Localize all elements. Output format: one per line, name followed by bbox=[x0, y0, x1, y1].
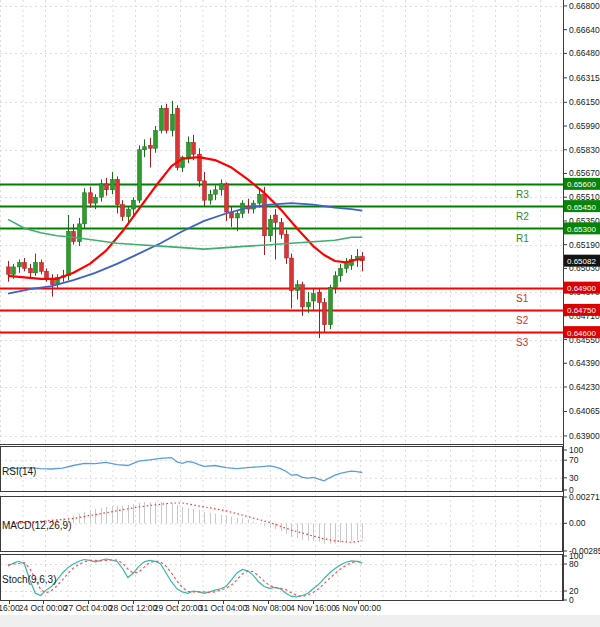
stoch-indicator-label: Stoch(9,6,3) bbox=[2, 574, 56, 585]
time-axis-label: 24 Oct 00:00 bbox=[19, 603, 68, 613]
candle-body bbox=[138, 150, 142, 200]
candle-body bbox=[18, 262, 22, 266]
sr-price-tag-s2-text: 0.64750 bbox=[567, 306, 596, 315]
candle-body bbox=[127, 209, 131, 216]
rsi-axis-label: 30 bbox=[569, 473, 579, 483]
candle-body bbox=[83, 193, 87, 224]
price-axis-label: 0.66480 bbox=[569, 48, 600, 58]
candle-body bbox=[187, 142, 191, 157]
candle-body bbox=[132, 200, 136, 209]
price-axis-label: 0.64390 bbox=[569, 358, 600, 368]
time-axis-label: 4 Nov 16:00 bbox=[290, 603, 336, 613]
sr-label-r3: R3 bbox=[516, 189, 529, 200]
sr-price-tag-r2-text: 0.65450 bbox=[567, 203, 596, 212]
price-axis-label: 0.64065 bbox=[569, 406, 600, 416]
stoch-axis-label: 0 bbox=[569, 595, 574, 605]
time-axis-label: 16:00 bbox=[0, 603, 20, 613]
price-axis-label: 0.65190 bbox=[569, 240, 600, 250]
price-axis-label: 0.66800 bbox=[569, 1, 600, 11]
macd-axis-label: 0.002719 bbox=[569, 492, 600, 502]
candle-body bbox=[318, 292, 322, 302]
sr-label-s3: S3 bbox=[516, 337, 529, 348]
candle-body bbox=[23, 262, 27, 268]
candle-body bbox=[149, 145, 153, 148]
price-axis-label: 0.66150 bbox=[569, 97, 600, 107]
candle-body bbox=[192, 142, 196, 154]
candle-body bbox=[339, 268, 343, 275]
sr-price-tag-r3-text: 0.65600 bbox=[567, 180, 596, 189]
sr-price-tag-s3-text: 0.64600 bbox=[567, 329, 596, 338]
candle-body bbox=[29, 268, 33, 272]
trading-chart-window: R3R2R1S1S2S30.668000.666400.664800.66315… bbox=[0, 0, 600, 627]
sr-label-s1: S1 bbox=[516, 293, 529, 304]
sr-price-tag-r1-text: 0.65300 bbox=[567, 225, 596, 234]
time-axis-label: 31 Oct 04:00 bbox=[199, 603, 248, 613]
price-axis-label: 0.65670 bbox=[569, 168, 600, 178]
price-axis-label: 0.66640 bbox=[569, 25, 600, 35]
candle-body bbox=[116, 179, 120, 204]
sr-label-r2: R2 bbox=[516, 211, 529, 222]
time-axis-label: 3 Nov 08:00 bbox=[245, 603, 291, 613]
candle-body bbox=[203, 181, 207, 200]
candle-body bbox=[160, 108, 164, 130]
rsi-axis-label: 100 bbox=[569, 445, 583, 455]
candle-body bbox=[89, 193, 93, 203]
candle-body bbox=[45, 271, 49, 278]
candle-body bbox=[214, 190, 218, 194]
rsi-indicator-label: RSI(14) bbox=[2, 466, 36, 477]
candle-body bbox=[171, 114, 175, 130]
chart-canvas[interactable]: R3R2R1S1S2S30.668000.666400.664800.66315… bbox=[0, 0, 600, 627]
candle-body bbox=[143, 147, 147, 150]
candle-body bbox=[274, 215, 278, 222]
candle-body bbox=[34, 262, 38, 272]
candle-body bbox=[323, 302, 327, 324]
time-axis-label: 29 Oct 20:00 bbox=[154, 603, 203, 613]
candle-body bbox=[269, 219, 273, 235]
candle-body bbox=[67, 231, 71, 275]
time-axis-label: 6 Nov 00:00 bbox=[335, 603, 381, 613]
candle-body bbox=[111, 179, 115, 189]
candle-body bbox=[329, 288, 333, 325]
candle-body bbox=[176, 108, 180, 167]
footer-strip bbox=[0, 615, 600, 627]
candle-body bbox=[285, 234, 289, 258]
candle-body bbox=[258, 194, 262, 203]
candle-body bbox=[7, 267, 11, 274]
candle-body bbox=[301, 285, 305, 307]
candle-body bbox=[12, 267, 16, 274]
sr-label-s2: S2 bbox=[516, 315, 529, 326]
candle-body bbox=[296, 285, 300, 291]
price-axis-label: 0.65990 bbox=[569, 121, 600, 131]
candle-body bbox=[307, 302, 311, 306]
current-price-tag-text: 0.65082 bbox=[567, 257, 596, 266]
candle-body bbox=[280, 222, 284, 234]
sr-label-r1: R1 bbox=[516, 233, 529, 244]
stoch-axis-label: 80 bbox=[569, 559, 579, 569]
candle-body bbox=[225, 184, 229, 212]
sr-price-tag-s1-text: 0.64900 bbox=[567, 284, 596, 293]
candle-body bbox=[209, 194, 213, 200]
price-axis-label: 0.63900 bbox=[569, 431, 600, 441]
price-axis-label: 0.64230 bbox=[569, 382, 600, 392]
macd-axis-label: 0.00 bbox=[569, 518, 586, 528]
candle-body bbox=[94, 197, 98, 203]
candle-body bbox=[312, 294, 316, 301]
price-axis-label: 0.65830 bbox=[569, 145, 600, 155]
candle-body bbox=[165, 108, 169, 130]
candle-body bbox=[40, 262, 44, 271]
price-axis-label: 0.66315 bbox=[569, 73, 600, 83]
candle-body bbox=[105, 184, 109, 190]
macd-indicator-label: MACD(12,26,9) bbox=[2, 520, 71, 531]
candle-body bbox=[290, 258, 294, 291]
rsi-axis-label: 70 bbox=[569, 455, 579, 465]
candle-body bbox=[263, 194, 267, 236]
candle-body bbox=[334, 276, 338, 288]
candle-body bbox=[100, 184, 104, 197]
candle-body bbox=[121, 205, 125, 217]
candle-body bbox=[154, 130, 158, 148]
time-axis-label: 27 Oct 04:00 bbox=[64, 603, 113, 613]
time-axis-label: 28 Oct 12:00 bbox=[109, 603, 158, 613]
candle-body bbox=[220, 184, 224, 190]
candle-body bbox=[236, 214, 240, 218]
